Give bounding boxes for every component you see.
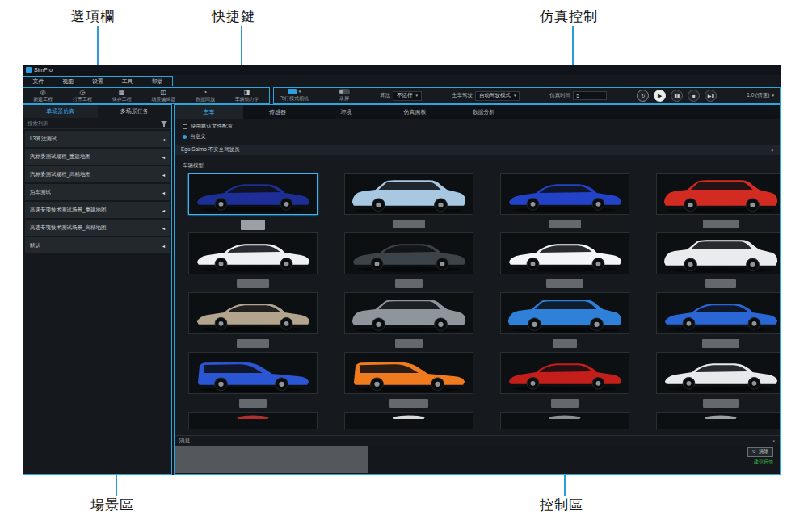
step-button[interactable]: ▶▮ bbox=[705, 90, 717, 102]
record-control[interactable]: 录屏 bbox=[339, 89, 350, 103]
toolbar-vehicle-dynamics[interactable]: ◨ 车辆动力学 bbox=[235, 90, 259, 102]
menu-bar: 文件 视图 设置 工具 帮助 bbox=[23, 76, 173, 86]
main-tab[interactable]: 环境 bbox=[312, 105, 381, 119]
record-toggle[interactable] bbox=[339, 89, 350, 94]
scene-list-item[interactable]: 汽标委测试规程_重建地图 ◂ bbox=[25, 149, 170, 165]
vehicle-card[interactable] bbox=[656, 173, 780, 232]
vehicle-card[interactable] bbox=[500, 232, 629, 292]
expand-arrow-icon[interactable]: ◂ bbox=[162, 136, 165, 142]
toolbar-save-project[interactable]: ▦ 保存工程 bbox=[112, 90, 132, 102]
config-file-checkbox[interactable] bbox=[183, 124, 187, 129]
vehicle-card[interactable] bbox=[188, 412, 318, 431]
title-bar[interactable]: SimPro bbox=[23, 65, 781, 75]
vehicle-image[interactable] bbox=[344, 292, 473, 334]
vehicle-image[interactable] bbox=[344, 412, 473, 429]
expand-arrow-icon[interactable]: ◂ bbox=[162, 243, 165, 249]
vehicle-image[interactable] bbox=[344, 232, 473, 274]
vehicle-image[interactable] bbox=[656, 232, 780, 274]
console-collapse-icon[interactable]: ▾ bbox=[772, 438, 775, 443]
expand-arrow-icon[interactable]: ◂ bbox=[162, 190, 165, 195]
vehicle-card[interactable] bbox=[344, 412, 473, 431]
menu-item[interactable]: 设置 bbox=[83, 77, 113, 86]
custom-radio[interactable] bbox=[183, 135, 187, 139]
vehicle-card[interactable] bbox=[188, 232, 318, 292]
vehicle-card[interactable] bbox=[188, 292, 318, 352]
vehicle-image[interactable] bbox=[500, 232, 629, 274]
menu-item[interactable]: 工具 bbox=[112, 77, 142, 86]
reset-button[interactable]: ↻ bbox=[637, 90, 649, 102]
config-file-label: 使用默认文件配置 bbox=[191, 123, 233, 130]
main-tab[interactable]: 主车 bbox=[175, 105, 243, 119]
toolbar-icon: ◨ bbox=[244, 90, 250, 96]
vehicle-card[interactable] bbox=[344, 292, 473, 352]
vehicle-image[interactable] bbox=[656, 292, 780, 334]
scene-tab[interactable]: 单场景仿真 bbox=[23, 105, 98, 118]
main-tab[interactable]: 仿真面板 bbox=[381, 105, 449, 119]
toolbar-new-project[interactable]: ◎ 新建工程 bbox=[33, 90, 53, 102]
expand-arrow-icon[interactable]: ◂ bbox=[162, 172, 165, 178]
scene-list-item[interactable]: 高速专项技术测试场景_高精地图 ◂ bbox=[25, 220, 170, 236]
toolbar-scene-editor[interactable]: ◫ 场景编辑器 bbox=[151, 90, 175, 102]
vehicle-image[interactable] bbox=[500, 292, 629, 334]
clear-button[interactable]: ↺ 清除 bbox=[747, 447, 773, 457]
main-tab[interactable]: 数据分析 bbox=[449, 105, 518, 119]
vehicle-image[interactable] bbox=[188, 412, 318, 429]
camera-mode-control[interactable]: ▾ 飞行模式相机 bbox=[280, 89, 309, 103]
expand-arrow-icon[interactable]: ◂ bbox=[162, 154, 165, 160]
play-button[interactable]: ▶ bbox=[654, 90, 666, 102]
sim-time-input[interactable] bbox=[573, 91, 607, 100]
vehicle-card[interactable] bbox=[500, 292, 629, 352]
menu-item[interactable]: 视图 bbox=[53, 77, 83, 86]
vehicle-image[interactable] bbox=[188, 292, 318, 334]
speed-select[interactable]: 1.0 (倍速) ▾ bbox=[747, 93, 774, 98]
stop-button[interactable]: ■ bbox=[688, 90, 700, 102]
toolbar-open-project[interactable]: ◶ 打开工程 bbox=[73, 90, 92, 102]
vehicle-image[interactable] bbox=[500, 173, 629, 215]
expand-arrow-icon[interactable]: ◂ bbox=[162, 225, 165, 231]
vehicle-card[interactable] bbox=[656, 232, 780, 292]
vehicle-card[interactable] bbox=[656, 292, 780, 352]
expand-arrow-icon[interactable]: ◂ bbox=[162, 207, 165, 213]
vehicle-image[interactable] bbox=[344, 173, 473, 215]
filter-icon[interactable] bbox=[161, 120, 167, 127]
vehicle-image[interactable] bbox=[188, 232, 318, 274]
toolbar-label: 新建工程 bbox=[33, 97, 53, 102]
vehicle-card[interactable] bbox=[188, 352, 318, 412]
toolbar-label: 车辆动力学 bbox=[235, 97, 259, 102]
vehicle-card[interactable] bbox=[656, 412, 780, 431]
vehicle-card[interactable] bbox=[656, 352, 780, 412]
vehicle-card[interactable] bbox=[344, 232, 473, 292]
vehicle-image[interactable] bbox=[656, 412, 780, 429]
pause-button[interactable]: ▮▮ bbox=[671, 90, 683, 102]
ego-driver-section[interactable]: Ego Saimo 不安全驾驶员 ▾ bbox=[175, 145, 780, 155]
vehicle-name-label bbox=[705, 279, 736, 288]
vehicle-card[interactable] bbox=[344, 173, 473, 232]
vehicle-image[interactable] bbox=[500, 412, 629, 429]
scene-list-item[interactable]: 汽标委测试规程_高精地图 ◂ bbox=[25, 166, 170, 182]
search-input[interactable] bbox=[27, 120, 133, 126]
scene-list-item[interactable]: 高速专项技术测试场景_重建地图 ◂ bbox=[25, 202, 170, 218]
vehicle-card[interactable] bbox=[500, 173, 629, 232]
algo-select[interactable]: 不运行▾ bbox=[393, 91, 422, 101]
vehicle-image[interactable] bbox=[656, 173, 780, 215]
drive-mode-select[interactable]: 自动驾驶模式▾ bbox=[475, 91, 520, 101]
vehicle-card[interactable] bbox=[500, 352, 629, 412]
vehicle-image[interactable] bbox=[656, 352, 780, 394]
scene-list-item[interactable]: 泊车测试 ◂ bbox=[25, 184, 170, 200]
console-log-text bbox=[175, 446, 368, 473]
toolbar-data-replay[interactable]: ◔ 数据回放 bbox=[196, 90, 215, 102]
vehicle-card[interactable] bbox=[188, 173, 318, 232]
scene-list-item[interactable]: 默认 ◂ bbox=[25, 237, 170, 253]
vehicle-image[interactable] bbox=[188, 173, 318, 215]
vehicle-card[interactable] bbox=[500, 412, 629, 431]
feedback-link[interactable]: 建议反馈 bbox=[754, 459, 773, 466]
scene-tab[interactable]: 多场景任务 bbox=[98, 105, 172, 118]
vehicle-image[interactable] bbox=[188, 352, 318, 394]
menu-item[interactable]: 帮助 bbox=[142, 77, 172, 86]
main-tab[interactable]: 传感器 bbox=[243, 105, 312, 119]
menu-item[interactable]: 文件 bbox=[23, 77, 53, 86]
vehicle-image[interactable] bbox=[500, 352, 629, 394]
vehicle-image[interactable] bbox=[344, 352, 473, 394]
vehicle-card[interactable] bbox=[344, 352, 473, 412]
scene-list-item[interactable]: L3算法测试 ◂ bbox=[25, 131, 170, 147]
